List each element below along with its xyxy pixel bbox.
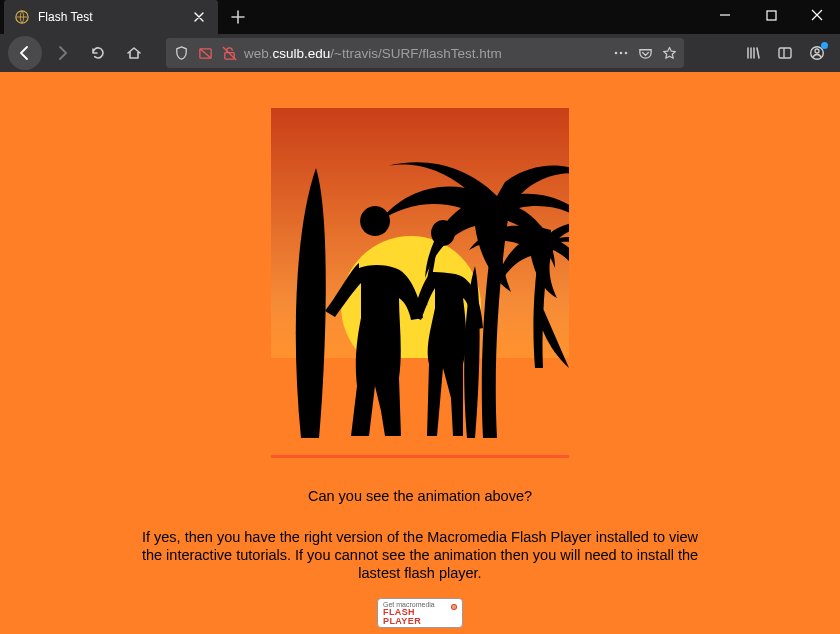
tab-close-button[interactable] xyxy=(190,8,208,26)
blocked-plugin-icon[interactable] xyxy=(196,44,214,62)
instructions-text: If yes, then you have the right version … xyxy=(132,528,708,582)
sidebar-icon[interactable] xyxy=(770,37,800,69)
reload-button[interactable] xyxy=(82,37,114,69)
home-button[interactable] xyxy=(118,37,150,69)
pocket-icon[interactable] xyxy=(636,44,654,62)
account-icon[interactable] xyxy=(802,37,832,69)
tab-favicon-icon xyxy=(14,9,30,25)
flash-animation-placeholder xyxy=(271,108,569,458)
window-titlebar: Flash Test xyxy=(0,0,840,34)
back-button[interactable] xyxy=(8,36,42,70)
bookmark-star-icon[interactable] xyxy=(660,44,678,62)
new-tab-button[interactable] xyxy=(224,3,252,31)
more-dots-icon[interactable] xyxy=(612,44,630,62)
svg-point-6 xyxy=(625,52,628,55)
window-minimize-button[interactable] xyxy=(702,0,748,30)
question-text: Can you see the animation above? xyxy=(308,488,532,504)
toolbar-right-icons xyxy=(738,37,832,69)
silhouette-graphic xyxy=(271,108,569,458)
svg-point-4 xyxy=(615,52,618,55)
url-text: web.csulb.edu/~ttravis/SURF/flashTest.ht… xyxy=(244,46,606,61)
address-bar[interactable]: web.csulb.edu/~ttravis/SURF/flashTest.ht… xyxy=(166,38,684,68)
insecure-connection-icon[interactable] xyxy=(220,44,238,62)
window-close-button[interactable] xyxy=(794,0,840,30)
tab-title: Flash Test xyxy=(38,10,182,24)
library-icon[interactable] xyxy=(738,37,768,69)
window-controls xyxy=(702,0,840,30)
svg-point-5 xyxy=(620,52,623,55)
browser-tab-active[interactable]: Flash Test xyxy=(4,0,218,34)
svg-point-9 xyxy=(815,49,819,53)
browser-tabstrip: Flash Test xyxy=(0,0,252,34)
window-maximize-button[interactable] xyxy=(748,0,794,30)
page-content: Can you see the animation above? If yes,… xyxy=(0,72,840,634)
forward-button[interactable] xyxy=(46,37,78,69)
flash-badge-line3: PLAYER xyxy=(383,617,421,626)
get-flash-player-button[interactable]: Get macromedia FLASH PLAYER xyxy=(377,598,463,628)
svg-rect-7 xyxy=(779,48,791,58)
browser-toolbar: web.csulb.edu/~ttravis/SURF/flashTest.ht… xyxy=(0,34,840,72)
svg-rect-1 xyxy=(767,11,776,20)
shield-icon[interactable] xyxy=(172,44,190,62)
